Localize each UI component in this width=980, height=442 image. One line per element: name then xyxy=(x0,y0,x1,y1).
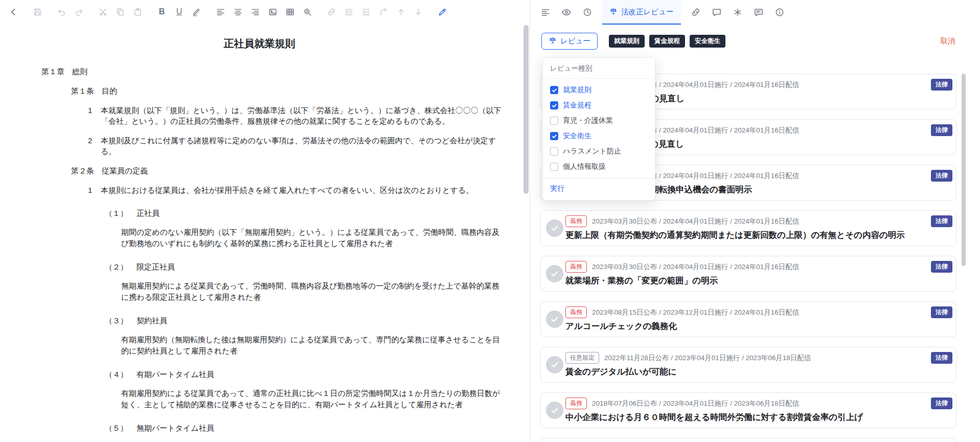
law-badge: 法律 xyxy=(931,397,952,409)
edit-pencil-icon[interactable] xyxy=(434,4,451,20)
filter-option[interactable]: 育児・介護休業 xyxy=(543,113,655,128)
checkbox-icon[interactable] xyxy=(550,117,558,125)
review-item-title: 更新上限（有期労働契約の通算契約期間または更新回数の上限）の有無とその内容の明示 xyxy=(565,230,910,241)
comment-icon[interactable] xyxy=(708,4,725,21)
document-area[interactable]: 正社員就業規則 第１章 総則第１条 目的1本就業規則（以下「規則」という。）は、… xyxy=(0,24,522,442)
document[interactable]: 正社員就業規則 第１章 総則第１条 目的1本就業規則（以下「規則」という。）は、… xyxy=(0,24,522,442)
review-tag: 就業規則 xyxy=(609,35,645,48)
move-down-icon[interactable] xyxy=(410,4,427,20)
checkbox-icon[interactable] xyxy=(550,147,558,156)
checkbox-icon[interactable] xyxy=(550,101,558,109)
review-panel-toolbar: 法改正レビュー xyxy=(530,0,980,25)
law-review-pane: 法改正レビュー レビュー 就業規則賃金規程安全衛生 取消 義務2023年03月3… xyxy=(530,0,980,442)
document-item-heading[interactable]: （４）有期パートタイム社員 xyxy=(105,369,502,380)
document-title[interactable]: 正社員就業規則 xyxy=(41,37,477,51)
paragraph-number: 1 xyxy=(88,105,92,116)
eye-icon[interactable] xyxy=(558,4,575,21)
document-scrollbar-thumb[interactable] xyxy=(523,25,529,194)
image-icon[interactable] xyxy=(264,4,281,20)
undo-icon[interactable] xyxy=(53,4,70,20)
review-item-card[interactable]: 義務2023年03月30日公布 / 2024年04月01日施行 / 2024年0… xyxy=(540,210,956,246)
paragraph-number: （３） xyxy=(105,315,128,326)
menu-lines-icon[interactable] xyxy=(537,4,554,21)
align-right-icon[interactable] xyxy=(247,4,264,20)
cut-icon[interactable] xyxy=(95,4,111,20)
document-item-heading[interactable]: （１）正社員 xyxy=(105,208,502,218)
review-item-card[interactable]: 義務2021年06月09日公布 / 2022年10月01日施行 / 2023年0… xyxy=(540,438,956,442)
review-list-scrollbar[interactable] xyxy=(962,74,966,381)
review-item-meta: 義務2023年03月30日公布 / 2024年04月01日施行 / 2024年0… xyxy=(565,215,910,227)
document-paragraph[interactable]: 1本就業規則（以下「規則」という。）は、労働基準法（以下「労基法」という。）に基… xyxy=(87,105,502,126)
review-item-card[interactable]: 義務2023年03月30日公布 / 2024年04月01日施行 / 2024年0… xyxy=(540,256,956,292)
document-chapter-text[interactable]: 第１章 総則 xyxy=(41,66,502,77)
paste-icon[interactable] xyxy=(129,4,146,20)
review-tag: 安全衛生 xyxy=(690,35,725,48)
extract-row-icon[interactable] xyxy=(358,4,375,20)
paragraph-number: 2 xyxy=(88,135,92,146)
review-button-label: レビュー xyxy=(560,36,590,46)
paragraph-text: 本規則における従業員は、会社が採用手続きを経て雇入れたすべての者をいい、区分は次… xyxy=(101,186,473,194)
filter-option[interactable]: ハラスメント防止 xyxy=(543,144,655,159)
checkbox-icon[interactable] xyxy=(550,86,558,94)
insert-row-icon[interactable] xyxy=(340,4,357,20)
review-item-card[interactable]: 義務2018年07月06日公布 / 2023年04月01日施行 / 2023年0… xyxy=(540,392,956,428)
document-item-heading[interactable]: （２）限定正社員 xyxy=(105,261,502,272)
copy-icon[interactable] xyxy=(112,4,129,20)
dropdown-options: 就業規則賃金規程育児・介護休業安全衛生ハラスメント防止個人情報取扱 xyxy=(543,79,655,178)
back-icon[interactable] xyxy=(5,4,22,20)
document-detail-text[interactable]: 無期雇用契約による従業員であって、労働時間、職務内容及び勤務地等の一定の制約を受… xyxy=(121,280,502,303)
document-item-heading[interactable]: （５）無期パートタイム社員 xyxy=(105,423,502,433)
filter-option-label: 安全衛生 xyxy=(563,131,591,141)
review-item-meta: 義務2023年08月15日公布 / 2023年12月01日施行 / 2024年0… xyxy=(565,306,910,318)
toolbar-group xyxy=(5,4,22,20)
doc-search-icon[interactable] xyxy=(299,4,316,20)
document-article-text[interactable]: 第１条 目的 xyxy=(71,85,502,96)
obligation-badge: 義務 xyxy=(565,215,587,227)
review-button[interactable]: レビュー xyxy=(541,33,598,50)
toolbar-group xyxy=(434,4,451,20)
redo-icon[interactable] xyxy=(71,4,87,20)
law-dates: 2018年07月06日公布 / 2023年04月01日施行 / 2023年06月… xyxy=(592,399,799,408)
link-icon[interactable] xyxy=(323,4,340,20)
highlighter-icon[interactable] xyxy=(188,4,205,20)
checkbox-icon[interactable] xyxy=(550,132,558,140)
merge-icon[interactable] xyxy=(375,4,392,20)
document-detail-text[interactable]: 期間の定めのない雇用契約（以下「無期雇用契約」という。）による従業員であって、労… xyxy=(121,227,502,249)
checkbox-icon[interactable] xyxy=(550,163,558,171)
info-icon[interactable] xyxy=(771,4,788,21)
align-left-icon[interactable] xyxy=(212,4,229,20)
review-item-title: アルコールチェックの義務化 xyxy=(565,321,910,332)
filter-option[interactable]: 賃金規程 xyxy=(543,98,655,113)
table-icon[interactable] xyxy=(282,4,299,20)
underline-icon[interactable]: U xyxy=(171,4,188,20)
document-paragraph[interactable]: 2本規則及びこれに付属する諸規程等に定めのない事項は、労基法その他の法令の範囲内… xyxy=(87,135,502,157)
document-detail-text[interactable]: 有期雇用契約（無期転換した後は無期雇用契約）による従業員であって、専門的な業務に… xyxy=(121,334,502,357)
asterisk-icon[interactable] xyxy=(729,4,746,21)
chat-icon[interactable] xyxy=(750,4,767,21)
save-icon[interactable] xyxy=(29,4,46,20)
document-scrollbar[interactable] xyxy=(523,24,529,442)
tab-law-revision-review[interactable]: 法改正レビュー xyxy=(602,0,681,25)
review-item-card[interactable]: 義務2023年08月15日公布 / 2023年12月01日施行 / 2024年0… xyxy=(540,301,956,337)
review-item-meta: 義務2023年03月30日公布 / 2024年04月01日施行 / 2024年0… xyxy=(565,261,910,273)
history-icon[interactable] xyxy=(579,4,596,21)
review-list-scrollbar-thumb[interactable] xyxy=(962,74,966,266)
document-paragraph[interactable]: 1本規則における従業員は、会社が採用手続きを経て雇入れたすべての者をいい、区分は… xyxy=(87,185,502,195)
bold-icon[interactable]: B xyxy=(153,4,170,20)
move-up-icon[interactable] xyxy=(393,4,409,20)
law-badge: 法律 xyxy=(931,261,952,273)
filter-option[interactable]: 個人情報取扱 xyxy=(543,159,655,174)
filter-option[interactable]: 安全衛生 xyxy=(543,128,655,144)
align-center-icon[interactable] xyxy=(230,4,246,20)
execute-button[interactable]: 実行 xyxy=(543,178,655,200)
paragraph-text: 契約社員 xyxy=(136,315,167,326)
document-article-text[interactable]: 第２条 従業員の定義 xyxy=(71,165,502,176)
filter-option-label: 育児・介護休業 xyxy=(563,116,613,125)
cancel-button[interactable]: 取消 xyxy=(940,36,955,46)
link-icon[interactable] xyxy=(687,4,704,21)
filter-option[interactable]: 就業規則 xyxy=(543,82,655,98)
document-item-heading[interactable]: （３）契約社員 xyxy=(105,315,502,326)
document-detail-text[interactable]: 有期雇用契約による従業員であって、通常の正社員に比べ１日の所定労働時間又は１か月… xyxy=(121,388,502,410)
toolbar-group xyxy=(95,4,146,20)
review-item-card[interactable]: 任意規定2022年11月28日公布 / 2023年04月01日施行 / 2023… xyxy=(540,347,956,383)
